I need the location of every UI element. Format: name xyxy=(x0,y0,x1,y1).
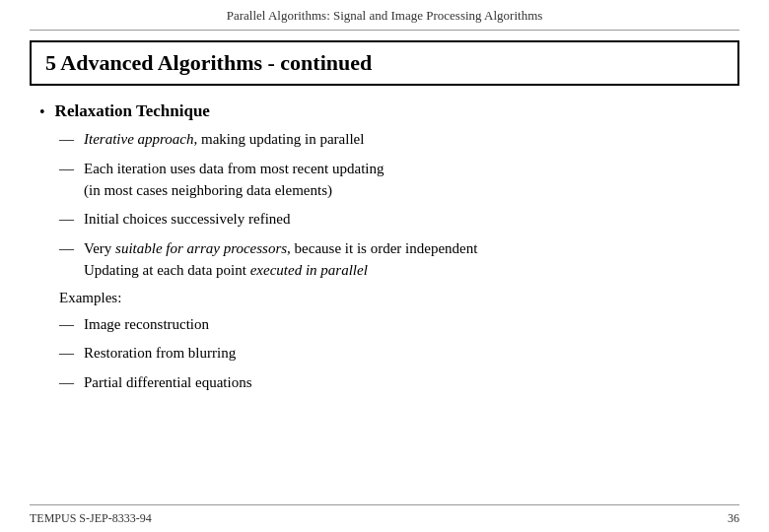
page-header: Parallel Algorithms: Signal and Image Pr… xyxy=(30,0,739,31)
italic-iterative: Iterative approach xyxy=(84,131,194,147)
example-item-1: — Image reconstruction xyxy=(59,314,730,336)
section-title: 5 Advanced Algorithms - continued xyxy=(45,50,372,75)
sub-text-4: Very suitable for array processors, beca… xyxy=(84,238,477,282)
example-item-2: — Restoration from blurring xyxy=(59,343,730,365)
italic-executed: executed in parallel xyxy=(250,262,368,278)
italic-suitable: suitable for array processors xyxy=(115,240,287,256)
example-item-3: — Partial differential equations xyxy=(59,372,730,394)
example-text-3: Partial differential equations xyxy=(84,372,252,394)
examples-label: Examples: xyxy=(59,290,730,306)
sub-item-1: — Iterative approach, making updating in… xyxy=(59,129,730,151)
sub-items-list: — Iterative approach, making updating in… xyxy=(59,129,730,282)
dash-1: — xyxy=(59,131,74,148)
example-dash-3: — xyxy=(59,374,74,391)
header-text: Parallel Algorithms: Signal and Image Pr… xyxy=(227,8,543,23)
sub-text-1: Iterative approach, making updating in p… xyxy=(84,129,364,151)
dash-3: — xyxy=(59,211,74,228)
page-footer: TEMPUS S-JEP-8333-94 36 xyxy=(30,504,739,532)
sub-item-4: — Very suitable for array processors, be… xyxy=(59,238,730,282)
example-dash-2: — xyxy=(59,345,74,362)
example-text-2: Restoration from blurring xyxy=(84,343,236,365)
footer-left: TEMPUS S-JEP-8333-94 xyxy=(30,511,152,526)
bullet-relaxation: • Relaxation Technique xyxy=(39,101,730,121)
page-container: Parallel Algorithms: Signal and Image Pr… xyxy=(0,0,769,532)
examples-list: — Image reconstruction — Restoration fro… xyxy=(59,314,730,394)
example-text-1: Image reconstruction xyxy=(84,314,209,336)
footer-right: 36 xyxy=(728,511,739,526)
dash-2: — xyxy=(59,161,74,177)
bullet-dot: • xyxy=(39,103,45,121)
sub-item-3: — Initial choices successively refined xyxy=(59,209,730,231)
sub-item-2: — Each iteration uses data from most rec… xyxy=(59,159,730,202)
bullet-relaxation-label: Relaxation Technique xyxy=(55,101,210,121)
sub-text-2: Each iteration uses data from most recen… xyxy=(84,159,384,202)
main-content: • Relaxation Technique — Iterative appro… xyxy=(30,101,739,504)
example-dash-1: — xyxy=(59,316,74,333)
section-title-box: 5 Advanced Algorithms - continued xyxy=(30,40,739,86)
dash-4: — xyxy=(59,240,74,257)
sub-text-3: Initial choices successively refined xyxy=(84,209,291,231)
